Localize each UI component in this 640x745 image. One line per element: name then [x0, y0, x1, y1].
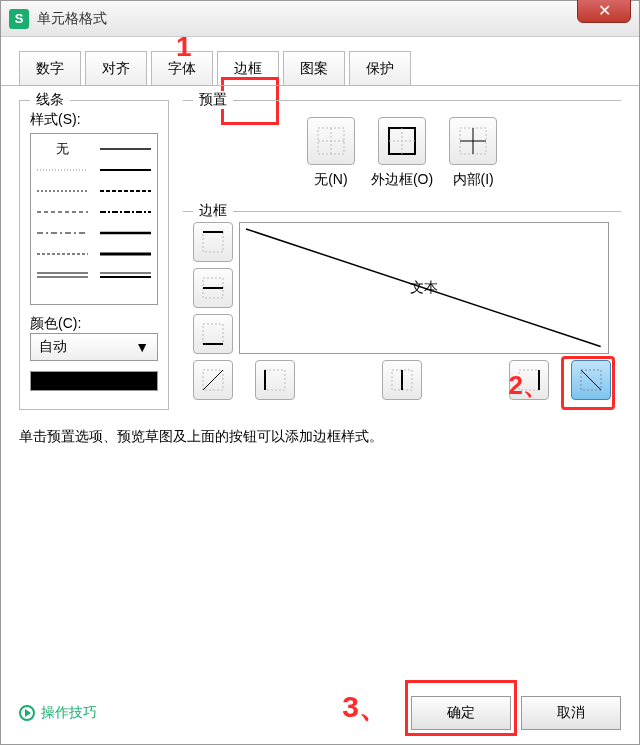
tab-number[interactable]: 数字	[19, 51, 81, 85]
help-text: 单击预置选项、预览草图及上面的按钮可以添加边框样式。	[19, 428, 621, 446]
tips-label: 操作技巧	[41, 704, 97, 722]
border-diag-down-button[interactable]	[571, 360, 611, 400]
chevron-down-icon: ▼	[135, 339, 149, 355]
line-style-13[interactable]	[94, 264, 157, 285]
preset-outline-icon	[385, 124, 419, 158]
border-top-icon	[200, 229, 226, 255]
dialog-body: 线条 样式(S): 无 颜	[1, 85, 639, 686]
tab-protect[interactable]: 保护	[349, 51, 411, 85]
line-color-value: 自动	[39, 338, 67, 356]
border-right-icon	[516, 367, 542, 393]
border-group-label: 边框	[193, 202, 233, 220]
border-diag-down-icon	[578, 367, 604, 393]
border-bottom-icon	[200, 321, 226, 347]
preset-outline-button[interactable]	[378, 117, 426, 165]
titlebar: S 单元格格式 ✕	[1, 1, 639, 37]
line-style-label: 样式(S):	[30, 111, 158, 129]
line-style-6[interactable]	[31, 201, 94, 222]
line-color-select[interactable]: 自动 ▼	[30, 333, 158, 361]
play-icon	[19, 705, 35, 721]
border-top-button[interactable]	[193, 222, 233, 262]
border-diag-up-icon	[200, 367, 226, 393]
dialog-footer: 操作技巧 确定 取消 3、	[1, 686, 639, 744]
tab-bar: 数字 对齐 字体 边框 图案 保护 1	[1, 37, 639, 85]
preset-group-label: 预置	[193, 91, 233, 109]
line-style-9[interactable]	[94, 222, 157, 243]
preset-outline-label: 外边框(O)	[371, 171, 433, 189]
border-bottom-button[interactable]	[193, 314, 233, 354]
line-style-4[interactable]	[31, 180, 94, 201]
tips-link[interactable]: 操作技巧	[19, 704, 97, 722]
close-button[interactable]: ✕	[577, 0, 631, 23]
svg-rect-33	[265, 370, 285, 390]
svg-rect-28	[203, 324, 223, 344]
line-style-7[interactable]	[94, 201, 157, 222]
line-style-12[interactable]	[31, 264, 94, 285]
border-mid-h-button[interactable]	[193, 268, 233, 308]
border-mid-v-icon	[389, 367, 415, 393]
line-color-label: 颜色(C):	[30, 315, 158, 333]
cancel-button[interactable]: 取消	[521, 696, 621, 730]
border-mid-h-icon	[200, 275, 226, 301]
window-title: 单元格格式	[37, 10, 107, 28]
line-style-3[interactable]	[94, 159, 157, 180]
line-style-8[interactable]	[31, 222, 94, 243]
preset-none-icon	[314, 124, 348, 158]
tab-align[interactable]: 对齐	[85, 51, 147, 85]
line-style-none[interactable]: 无	[31, 138, 94, 159]
svg-rect-24	[203, 232, 223, 252]
preset-inside-icon	[456, 124, 490, 158]
annotation-marker-3: 3、	[342, 687, 389, 728]
preset-group: 预置 无(N) 外边框(O)	[183, 100, 621, 199]
line-style-list[interactable]: 无	[30, 133, 158, 305]
line-style-10[interactable]	[31, 243, 94, 264]
line-style-1[interactable]	[94, 138, 157, 159]
app-icon: S	[9, 9, 29, 29]
preset-inside-button[interactable]	[449, 117, 497, 165]
close-icon: ✕	[598, 1, 611, 20]
svg-line-32	[203, 370, 223, 390]
line-group-label: 线条	[30, 91, 70, 109]
line-style-11[interactable]	[94, 243, 157, 264]
line-color-swatch	[30, 371, 158, 391]
tab-pattern[interactable]: 图案	[283, 51, 345, 85]
line-style-5[interactable]	[94, 180, 157, 201]
preset-none-label: 无(N)	[314, 171, 347, 189]
border-group: 边框 文本	[183, 211, 621, 410]
border-preview[interactable]: 文本	[239, 222, 609, 354]
line-style-2[interactable]	[31, 159, 94, 180]
border-left-icon	[262, 367, 288, 393]
border-mid-v-button[interactable]	[382, 360, 422, 400]
tab-border[interactable]: 边框	[217, 51, 279, 85]
border-left-button[interactable]	[255, 360, 295, 400]
border-right-button[interactable]	[509, 360, 549, 400]
preset-inside-label: 内部(I)	[453, 171, 494, 189]
svg-rect-37	[519, 370, 539, 390]
cell-format-dialog: S 单元格格式 ✕ 数字 对齐 字体 边框 图案 保护 1 线条 样式(S): …	[0, 0, 640, 745]
border-diag-up-button[interactable]	[193, 360, 233, 400]
line-group: 线条 样式(S): 无 颜	[19, 100, 169, 410]
border-preview-text: 文本	[410, 279, 438, 297]
tab-font[interactable]: 字体	[151, 51, 213, 85]
svg-line-40	[581, 370, 601, 390]
preset-none-button[interactable]	[307, 117, 355, 165]
ok-button[interactable]: 确定	[411, 696, 511, 730]
